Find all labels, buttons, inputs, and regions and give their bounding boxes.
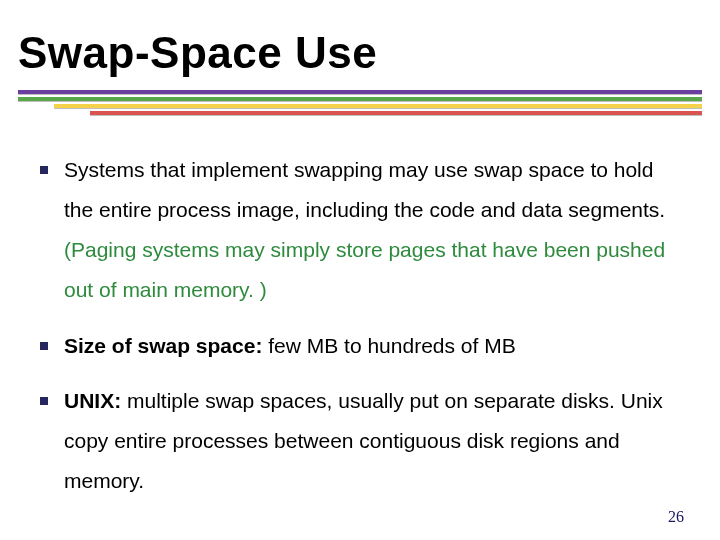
bullet-icon bbox=[40, 397, 48, 405]
slide: Swap-Space Use Systems that implement sw… bbox=[0, 0, 720, 540]
bullet-2: Size of swap space: few MB to hundreds o… bbox=[40, 326, 680, 366]
underline-purple bbox=[18, 90, 702, 94]
content-area: Systems that implement swapping may use … bbox=[40, 150, 680, 517]
bullet-2-rest: few MB to hundreds of MB bbox=[262, 334, 515, 357]
bullet-1-text: Systems that implement swapping may use … bbox=[64, 150, 680, 310]
bullet-1-pre: Systems that implement swapping may use … bbox=[64, 158, 665, 221]
title-underline bbox=[18, 90, 702, 126]
bullet-2-text: Size of swap space: few MB to hundreds o… bbox=[64, 326, 680, 366]
bullet-1-green: (Paging systems may simply store pages t… bbox=[64, 238, 665, 301]
bullet-2-bold: Size of swap space: bbox=[64, 334, 262, 357]
underline-yellow bbox=[54, 104, 702, 108]
underline-green bbox=[18, 97, 702, 101]
page-number: 26 bbox=[668, 508, 684, 526]
underline-red bbox=[90, 111, 702, 115]
bullet-3: UNIX: multiple swap spaces, usually put … bbox=[40, 381, 680, 501]
bullet-1: Systems that implement swapping may use … bbox=[40, 150, 680, 310]
bullet-3-bold: UNIX: bbox=[64, 389, 121, 412]
bullet-3-text: UNIX: multiple swap spaces, usually put … bbox=[64, 381, 680, 501]
bullet-3-rest: multiple swap spaces, usually put on sep… bbox=[64, 389, 663, 492]
slide-title: Swap-Space Use bbox=[18, 28, 377, 78]
bullet-icon bbox=[40, 342, 48, 350]
bullet-icon bbox=[40, 166, 48, 174]
